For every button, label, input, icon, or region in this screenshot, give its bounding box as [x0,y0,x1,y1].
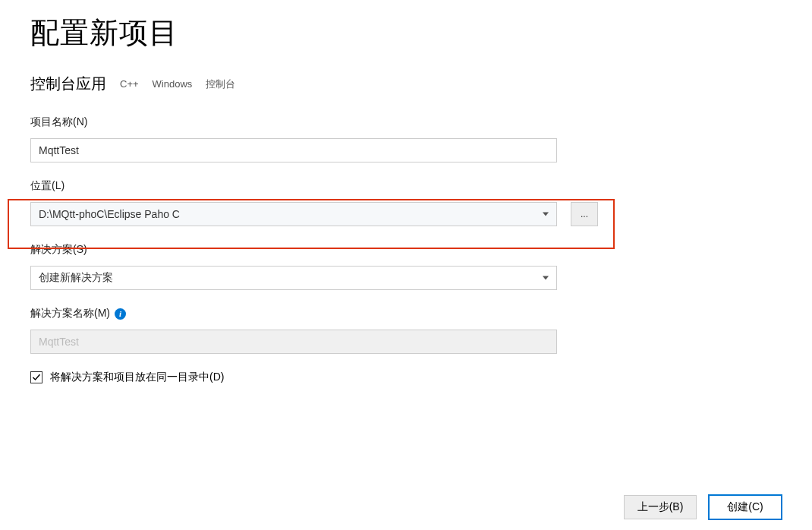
create-button[interactable]: 创建(C) [709,495,782,519]
info-icon: i [115,308,126,320]
solution-select[interactable]: 创建新解决方案 [30,266,557,290]
location-row: 位置(L) D:\MQtt-phoC\Eclipse Paho C ... [30,179,782,226]
footer: 上一步(B) 创建(C) [624,495,782,519]
check-icon [32,373,41,382]
location-value: D:\MQtt-phoC\Eclipse Paho C [39,208,180,220]
tag-windows: Windows [153,78,193,90]
tag-cpp: C++ [120,78,139,90]
solution-name-input [30,330,557,354]
same-directory-label: 将解决方案和项目放在同一目录中(D) [50,371,224,384]
project-name-label: 项目名称(N) [30,115,782,129]
solution-label: 解决方案(S) [30,243,782,257]
chevron-down-icon [543,213,549,216]
project-type-title: 控制台应用 [30,74,106,94]
tag-console: 控制台 [206,77,235,91]
solution-name-row: 解决方案名称(M) i [30,307,782,354]
browse-button[interactable]: ... [571,202,598,226]
project-name-input[interactable] [30,138,557,162]
back-button[interactable]: 上一步(B) [624,495,697,519]
location-label: 位置(L) [30,179,782,193]
chevron-down-icon [543,276,549,280]
page-title: 配置新项目 [30,14,782,52]
solution-value: 创建新解决方案 [39,271,113,285]
solution-row: 解决方案(S) 创建新解决方案 [30,243,782,290]
solution-name-label: 解决方案名称(M) i [30,307,782,320]
same-directory-row: 将解决方案和项目放在同一目录中(D) [30,371,782,384]
location-input[interactable]: D:\MQtt-phoC\Eclipse Paho C [30,202,557,226]
project-name-row: 项目名称(N) [30,115,782,162]
same-directory-checkbox[interactable] [30,371,42,383]
subheader: 控制台应用 C++ Windows 控制台 [30,74,782,94]
